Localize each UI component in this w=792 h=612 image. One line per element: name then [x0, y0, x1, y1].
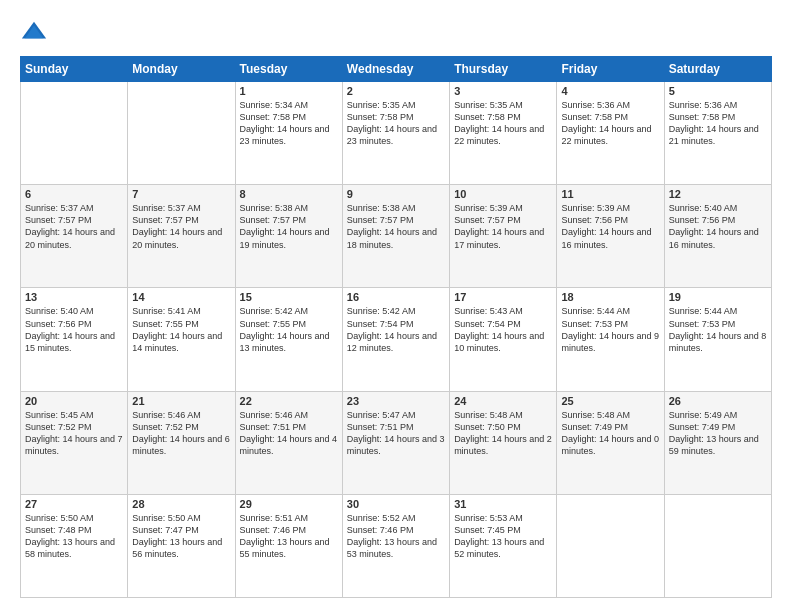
- calendar-week-5: 27Sunrise: 5:50 AM Sunset: 7:48 PM Dayli…: [21, 494, 772, 597]
- day-info: Sunrise: 5:37 AM Sunset: 7:57 PM Dayligh…: [25, 202, 123, 251]
- calendar-cell: 19Sunrise: 5:44 AM Sunset: 7:53 PM Dayli…: [664, 288, 771, 391]
- day-number: 19: [669, 291, 767, 303]
- day-number: 9: [347, 188, 445, 200]
- calendar-cell: 12Sunrise: 5:40 AM Sunset: 7:56 PM Dayli…: [664, 185, 771, 288]
- calendar-cell: 6Sunrise: 5:37 AM Sunset: 7:57 PM Daylig…: [21, 185, 128, 288]
- day-info: Sunrise: 5:44 AM Sunset: 7:53 PM Dayligh…: [669, 305, 767, 354]
- calendar-cell: 9Sunrise: 5:38 AM Sunset: 7:57 PM Daylig…: [342, 185, 449, 288]
- day-info: Sunrise: 5:38 AM Sunset: 7:57 PM Dayligh…: [240, 202, 338, 251]
- calendar-cell: 13Sunrise: 5:40 AM Sunset: 7:56 PM Dayli…: [21, 288, 128, 391]
- calendar-week-2: 6Sunrise: 5:37 AM Sunset: 7:57 PM Daylig…: [21, 185, 772, 288]
- day-info: Sunrise: 5:53 AM Sunset: 7:45 PM Dayligh…: [454, 512, 552, 561]
- calendar-cell: 29Sunrise: 5:51 AM Sunset: 7:46 PM Dayli…: [235, 494, 342, 597]
- day-info: Sunrise: 5:52 AM Sunset: 7:46 PM Dayligh…: [347, 512, 445, 561]
- calendar-cell: 26Sunrise: 5:49 AM Sunset: 7:49 PM Dayli…: [664, 391, 771, 494]
- day-number: 25: [561, 395, 659, 407]
- day-info: Sunrise: 5:44 AM Sunset: 7:53 PM Dayligh…: [561, 305, 659, 354]
- calendar-header-monday: Monday: [128, 57, 235, 82]
- calendar-cell: 14Sunrise: 5:41 AM Sunset: 7:55 PM Dayli…: [128, 288, 235, 391]
- calendar-cell: 30Sunrise: 5:52 AM Sunset: 7:46 PM Dayli…: [342, 494, 449, 597]
- day-info: Sunrise: 5:46 AM Sunset: 7:51 PM Dayligh…: [240, 409, 338, 458]
- calendar-cell: 15Sunrise: 5:42 AM Sunset: 7:55 PM Dayli…: [235, 288, 342, 391]
- day-number: 7: [132, 188, 230, 200]
- calendar-cell: 1Sunrise: 5:34 AM Sunset: 7:58 PM Daylig…: [235, 82, 342, 185]
- day-number: 2: [347, 85, 445, 97]
- calendar-cell: 25Sunrise: 5:48 AM Sunset: 7:49 PM Dayli…: [557, 391, 664, 494]
- calendar-cell: 8Sunrise: 5:38 AM Sunset: 7:57 PM Daylig…: [235, 185, 342, 288]
- day-number: 29: [240, 498, 338, 510]
- day-info: Sunrise: 5:36 AM Sunset: 7:58 PM Dayligh…: [669, 99, 767, 148]
- calendar-cell: 16Sunrise: 5:42 AM Sunset: 7:54 PM Dayli…: [342, 288, 449, 391]
- day-info: Sunrise: 5:38 AM Sunset: 7:57 PM Dayligh…: [347, 202, 445, 251]
- day-number: 12: [669, 188, 767, 200]
- day-number: 26: [669, 395, 767, 407]
- calendar-cell: 4Sunrise: 5:36 AM Sunset: 7:58 PM Daylig…: [557, 82, 664, 185]
- calendar-cell: 17Sunrise: 5:43 AM Sunset: 7:54 PM Dayli…: [450, 288, 557, 391]
- calendar: SundayMondayTuesdayWednesdayThursdayFrid…: [20, 56, 772, 598]
- calendar-header-wednesday: Wednesday: [342, 57, 449, 82]
- day-number: 30: [347, 498, 445, 510]
- page: SundayMondayTuesdayWednesdayThursdayFrid…: [0, 0, 792, 612]
- calendar-cell: [664, 494, 771, 597]
- calendar-cell: 21Sunrise: 5:46 AM Sunset: 7:52 PM Dayli…: [128, 391, 235, 494]
- day-info: Sunrise: 5:34 AM Sunset: 7:58 PM Dayligh…: [240, 99, 338, 148]
- header: [20, 18, 772, 46]
- day-info: Sunrise: 5:48 AM Sunset: 7:49 PM Dayligh…: [561, 409, 659, 458]
- day-number: 23: [347, 395, 445, 407]
- day-number: 31: [454, 498, 552, 510]
- calendar-cell: 10Sunrise: 5:39 AM Sunset: 7:57 PM Dayli…: [450, 185, 557, 288]
- calendar-header-friday: Friday: [557, 57, 664, 82]
- day-info: Sunrise: 5:35 AM Sunset: 7:58 PM Dayligh…: [454, 99, 552, 148]
- day-number: 13: [25, 291, 123, 303]
- calendar-cell: 7Sunrise: 5:37 AM Sunset: 7:57 PM Daylig…: [128, 185, 235, 288]
- calendar-header-saturday: Saturday: [664, 57, 771, 82]
- calendar-header-row: SundayMondayTuesdayWednesdayThursdayFrid…: [21, 57, 772, 82]
- day-info: Sunrise: 5:50 AM Sunset: 7:47 PM Dayligh…: [132, 512, 230, 561]
- calendar-cell: 2Sunrise: 5:35 AM Sunset: 7:58 PM Daylig…: [342, 82, 449, 185]
- day-info: Sunrise: 5:39 AM Sunset: 7:57 PM Dayligh…: [454, 202, 552, 251]
- day-info: Sunrise: 5:45 AM Sunset: 7:52 PM Dayligh…: [25, 409, 123, 458]
- calendar-cell: 11Sunrise: 5:39 AM Sunset: 7:56 PM Dayli…: [557, 185, 664, 288]
- day-number: 5: [669, 85, 767, 97]
- day-info: Sunrise: 5:37 AM Sunset: 7:57 PM Dayligh…: [132, 202, 230, 251]
- day-number: 18: [561, 291, 659, 303]
- day-number: 1: [240, 85, 338, 97]
- calendar-header-thursday: Thursday: [450, 57, 557, 82]
- calendar-header-tuesday: Tuesday: [235, 57, 342, 82]
- day-info: Sunrise: 5:42 AM Sunset: 7:54 PM Dayligh…: [347, 305, 445, 354]
- day-number: 3: [454, 85, 552, 97]
- day-info: Sunrise: 5:41 AM Sunset: 7:55 PM Dayligh…: [132, 305, 230, 354]
- day-info: Sunrise: 5:40 AM Sunset: 7:56 PM Dayligh…: [669, 202, 767, 251]
- day-info: Sunrise: 5:43 AM Sunset: 7:54 PM Dayligh…: [454, 305, 552, 354]
- calendar-cell: 31Sunrise: 5:53 AM Sunset: 7:45 PM Dayli…: [450, 494, 557, 597]
- day-number: 4: [561, 85, 659, 97]
- day-info: Sunrise: 5:50 AM Sunset: 7:48 PM Dayligh…: [25, 512, 123, 561]
- day-number: 28: [132, 498, 230, 510]
- day-info: Sunrise: 5:48 AM Sunset: 7:50 PM Dayligh…: [454, 409, 552, 458]
- day-number: 6: [25, 188, 123, 200]
- logo: [20, 18, 52, 46]
- calendar-cell: [557, 494, 664, 597]
- day-number: 22: [240, 395, 338, 407]
- calendar-week-4: 20Sunrise: 5:45 AM Sunset: 7:52 PM Dayli…: [21, 391, 772, 494]
- calendar-header-sunday: Sunday: [21, 57, 128, 82]
- logo-icon: [20, 18, 48, 46]
- day-info: Sunrise: 5:46 AM Sunset: 7:52 PM Dayligh…: [132, 409, 230, 458]
- calendar-cell: 22Sunrise: 5:46 AM Sunset: 7:51 PM Dayli…: [235, 391, 342, 494]
- day-number: 16: [347, 291, 445, 303]
- calendar-week-1: 1Sunrise: 5:34 AM Sunset: 7:58 PM Daylig…: [21, 82, 772, 185]
- day-info: Sunrise: 5:39 AM Sunset: 7:56 PM Dayligh…: [561, 202, 659, 251]
- day-number: 15: [240, 291, 338, 303]
- calendar-cell: 18Sunrise: 5:44 AM Sunset: 7:53 PM Dayli…: [557, 288, 664, 391]
- day-info: Sunrise: 5:47 AM Sunset: 7:51 PM Dayligh…: [347, 409, 445, 458]
- calendar-cell: 24Sunrise: 5:48 AM Sunset: 7:50 PM Dayli…: [450, 391, 557, 494]
- day-number: 21: [132, 395, 230, 407]
- day-info: Sunrise: 5:51 AM Sunset: 7:46 PM Dayligh…: [240, 512, 338, 561]
- calendar-cell: 23Sunrise: 5:47 AM Sunset: 7:51 PM Dayli…: [342, 391, 449, 494]
- day-number: 11: [561, 188, 659, 200]
- day-info: Sunrise: 5:40 AM Sunset: 7:56 PM Dayligh…: [25, 305, 123, 354]
- day-number: 14: [132, 291, 230, 303]
- calendar-week-3: 13Sunrise: 5:40 AM Sunset: 7:56 PM Dayli…: [21, 288, 772, 391]
- day-number: 20: [25, 395, 123, 407]
- calendar-cell: 28Sunrise: 5:50 AM Sunset: 7:47 PM Dayli…: [128, 494, 235, 597]
